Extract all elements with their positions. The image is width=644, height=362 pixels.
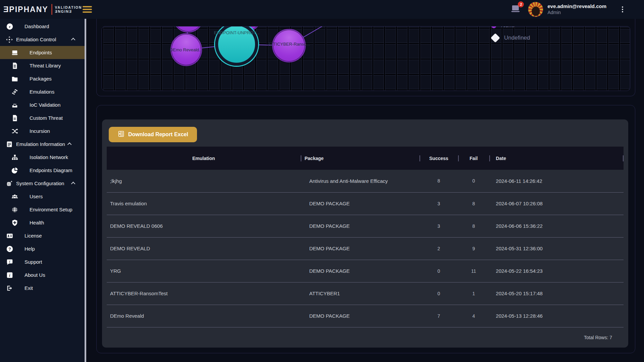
notifications-button[interactable]: 2 xyxy=(510,4,521,14)
legend-item-undefined[interactable]: Undefined xyxy=(491,34,530,42)
gauge-icon xyxy=(6,22,14,31)
column-header-emulation[interactable]: Emulation xyxy=(107,147,301,170)
graph-node-label: ENDPOINT-UNPROT... xyxy=(214,30,259,35)
sidebar-item-label: Threat Library xyxy=(30,63,61,68)
sidebar-item-users[interactable]: Users xyxy=(0,190,85,203)
kebab-menu-icon[interactable] xyxy=(621,5,625,14)
brand-tagline-line2: ƎNGINƎ xyxy=(55,9,82,13)
sidebar-item-label: License xyxy=(24,233,42,239)
svg-text:i: i xyxy=(9,260,10,263)
table-row[interactable]: Travis emulationDEMO PACKAGE382024-06-07… xyxy=(107,192,624,215)
table-row[interactable]: DEmo RevealdDEMO PACKAGE742024-05-13 12:… xyxy=(107,305,624,327)
brand-logo: ƎPIPHANY VALIDATION ƎNGINƎ xyxy=(3,4,82,15)
sidebar-item-packages[interactable]: Packages xyxy=(0,72,85,85)
cell-success: 3 xyxy=(419,192,458,215)
users-icon xyxy=(11,193,19,201)
sidebar-item-label: Isolation Network xyxy=(30,154,68,160)
graph-node-demo-reveald[interactable]: DEmo Reveald... xyxy=(170,33,202,66)
sidebar-item-system-configuration[interactable]: System Configuration xyxy=(0,177,85,190)
move-icon xyxy=(5,36,13,44)
sidebar-item-environment-setup[interactable]: Environment Setup xyxy=(0,203,85,216)
cell-date: 2024-05-31 12:36:00 xyxy=(489,237,624,260)
sidebar-item-exit[interactable]: Exit xyxy=(0,281,85,295)
network-graph-canvas[interactable]: DEmo Reveald... ENDPOINT-UNPROT... ATTIC… xyxy=(102,26,630,91)
help-circle-icon: ? xyxy=(6,245,14,253)
info-square-icon: i xyxy=(6,271,14,279)
sidebar-item-isolation-network[interactable]: Isolation Network xyxy=(0,151,85,164)
cell-package: DEMO PACKAGE xyxy=(301,192,419,215)
shield-cross-icon xyxy=(11,219,19,227)
sidebar-scrollbar[interactable] xyxy=(85,19,86,362)
hamburger-menu-icon[interactable] xyxy=(82,5,93,14)
cell-emulation: Travis emulation xyxy=(107,192,301,215)
top-bar: ƎPIPHANY VALIDATION ƎNGINƎ 2 eve.admin@r… xyxy=(0,0,644,19)
laptop-notification-icon xyxy=(510,8,521,14)
sidebar-item-endpoints-diagram[interactable]: Endpoints Diagram xyxy=(0,164,85,177)
sidebar-item-threat-library[interactable]: Threat Library xyxy=(0,59,85,72)
table-row[interactable]: YRGDEMO PACKAGE0112024-05-22 16:54:23 xyxy=(107,260,624,282)
legend-item-none[interactable]: None xyxy=(491,26,515,29)
sidebar-item-dashboard[interactable]: Dashboard xyxy=(0,20,85,33)
sidebar-item-emulation-control[interactable]: Emulation Control xyxy=(0,33,85,46)
cell-date: 2024-06-06 15:36:22 xyxy=(489,215,624,237)
cell-fail: 8 xyxy=(458,192,489,215)
note-icon xyxy=(5,140,13,148)
graph-node-label: DEmo Reveald... xyxy=(170,47,203,52)
excel-file-icon xyxy=(117,130,125,139)
cell-emulation: DEmo Reveald xyxy=(107,305,301,327)
cell-date: 2024-05-20 15:17:48 xyxy=(489,282,624,305)
cell-date: 2024-06-11 14:26:42 xyxy=(489,170,624,192)
column-header-success[interactable]: Success xyxy=(419,147,458,170)
report-table: EmulationPackageSuccessFailDate ;lkjhgAn… xyxy=(107,147,624,327)
column-header-package[interactable]: Package xyxy=(301,147,419,170)
cell-package: Antivirus and Anti-Malware Efficacy xyxy=(301,170,419,192)
chevron-up-icon xyxy=(71,182,76,186)
brand-tagline: VALIDATION ƎNGINƎ xyxy=(55,5,82,13)
sidebar-item-about-us[interactable]: iAbout Us xyxy=(0,268,85,281)
cell-success: 0 xyxy=(419,282,458,305)
sidebar-item-incursion[interactable]: Incursion xyxy=(0,124,85,138)
cell-success: 2 xyxy=(419,237,458,260)
sidebar-item-support[interactable]: iSupport xyxy=(0,255,85,268)
brand-tagline-line1: VALIDATION xyxy=(55,5,82,9)
column-header-fail[interactable]: Fail xyxy=(458,147,489,170)
globe-icon xyxy=(11,206,19,214)
sidebar-item-license[interactable]: License xyxy=(0,229,85,242)
table-row[interactable]: DEMO REVEALD 0606DEMO PACKAGE382024-06-0… xyxy=(107,215,624,237)
sidebar-item-label: Health xyxy=(30,220,44,225)
sidebar-item-help[interactable]: ?Help xyxy=(0,242,85,255)
table-row[interactable]: DEMO REVEALDDEMO PACKAGE292024-05-31 12:… xyxy=(107,237,624,260)
cell-emulation: ATTICYBER-RansomTest xyxy=(107,282,301,305)
sidebar-item-custom-threat[interactable]: Custom Threat xyxy=(0,111,85,124)
cell-emulation: DEMO REVEALD 0606 xyxy=(107,215,301,237)
sidebar-item-emulations[interactable]: Emulations xyxy=(0,85,85,98)
user-block: eve.admin@reveald.com Admin xyxy=(547,3,606,16)
column-header-date[interactable]: Date xyxy=(489,147,624,170)
cell-date: 2024-05-22 16:54:23 xyxy=(489,260,624,282)
top-bar-left: ƎPIPHANY VALIDATION ƎNGINƎ xyxy=(0,4,85,15)
sidebar-item-endpoints[interactable]: Endpoints xyxy=(0,46,85,59)
sidebar-item-emulation-information[interactable]: Emulation Information xyxy=(0,138,85,151)
cell-package: DEMO PACKAGE xyxy=(301,215,419,237)
gear-sparkle-icon xyxy=(5,179,13,188)
cell-fail: 8 xyxy=(458,215,489,237)
cell-emulation: DEMO REVEALD xyxy=(107,237,301,260)
top-bar-right: 2 eve.admin@reveald.com Admin xyxy=(510,2,644,17)
sidebar-item-ioc-validation[interactable]: IoC Validation xyxy=(0,98,85,111)
id-card-icon xyxy=(6,232,14,240)
download-report-excel-button[interactable]: Download Report Excel xyxy=(109,127,197,142)
graph-node-atticyber-ranso[interactable]: ATTICYBER-Ranso... xyxy=(272,29,306,62)
cell-date: 2024-05-13 12:28:46 xyxy=(489,305,624,327)
network-tree-icon xyxy=(11,153,19,161)
svg-text:?: ? xyxy=(8,246,11,251)
sidebar-item-health[interactable]: Health xyxy=(0,216,85,229)
avatar[interactable] xyxy=(528,2,543,17)
table-row[interactable]: ATTICYBER-RansomTestATTICYBER1012024-05-… xyxy=(107,282,624,305)
user-role: Admin xyxy=(547,9,606,16)
support-bubble-icon: i xyxy=(6,258,14,266)
cell-package: ATTICYBER1 xyxy=(301,282,419,305)
sidebar-item-label: Packages xyxy=(30,76,52,82)
cell-fail: 9 xyxy=(458,237,489,260)
sidebar: DashboardEmulation ControlEndpointsThrea… xyxy=(0,19,85,362)
table-row[interactable]: ;lkjhgAntivirus and Anti-Malware Efficac… xyxy=(107,170,624,192)
